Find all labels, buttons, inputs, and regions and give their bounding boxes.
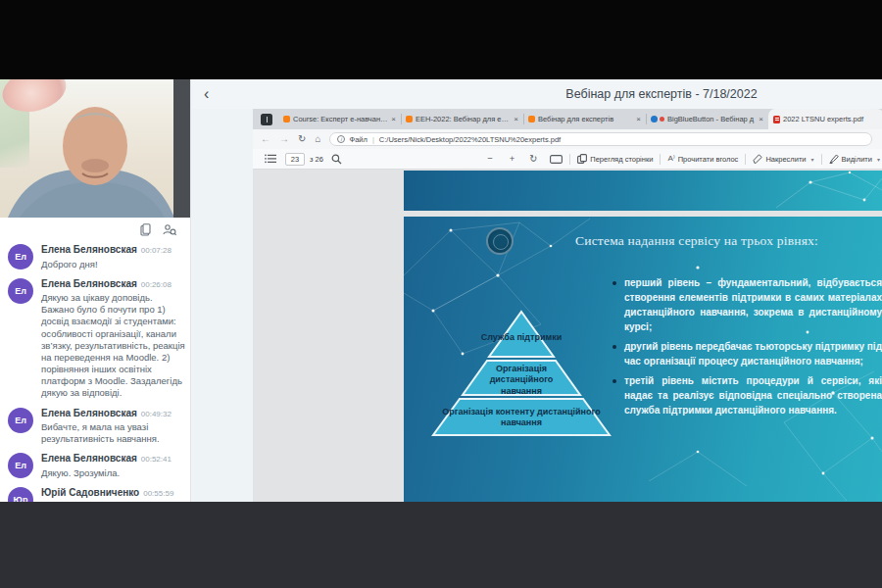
avatar: Ел <box>8 244 33 270</box>
read-aloud-icon: A⁾ <box>667 155 674 163</box>
chat-text: Дякую. Зрозуміла. <box>41 467 186 479</box>
highlight-button[interactable]: Виділити ▾ <box>829 154 880 164</box>
previous-slide-edge <box>404 171 882 211</box>
rotate-icon[interactable]: ↻ <box>529 154 537 164</box>
recording-title: Вебінар для експертів - 7/18/2022 <box>441 79 882 109</box>
playback-header: ‹ Вебінар для експертів - 7/18/2022 <box>191 79 882 109</box>
chat-author: Елена Беляновская00:26:08 <box>41 278 186 291</box>
chat-message: Ел Елена Беляновская00:49:32 Вибачте, я … <box>8 408 186 446</box>
tab-een-2022[interactable]: ЕЕН-2022: Вебінар для експер × <box>401 109 523 129</box>
close-icon[interactable]: × <box>636 115 641 123</box>
url-divider: | <box>372 135 374 144</box>
reload-icon[interactable]: ↻ <box>298 134 306 144</box>
chat-message: Ел Елена Беляновская00:52:41 Дякую. Зроз… <box>8 453 186 479</box>
page-view-button[interactable]: Перегляд сторінки <box>577 154 653 164</box>
slide-bullet: другий рівень передбачає тьюторську підт… <box>611 339 882 368</box>
pdf-toolbar: 23 з 26 − + ↻ <box>253 149 882 170</box>
moodle-favicon <box>528 116 535 122</box>
chat-text: Доброго дня! <box>41 259 186 270</box>
chat-author: Юрій Садовниченко00:55:59 <box>41 487 186 500</box>
url-field[interactable]: i Файл | C:/Users/Nick/Desktop/2022%20LT… <box>329 132 872 146</box>
avatar: Юр <box>8 487 33 502</box>
home-icon[interactable]: ⌂ <box>315 134 320 144</box>
pdf-viewport[interactable]: Система надання сервісу на трьох рівнях:… <box>253 170 882 502</box>
table-of-contents-icon[interactable] <box>265 154 276 164</box>
chat-toolbar <box>0 218 190 241</box>
moodle-favicon <box>283 116 290 122</box>
pyramid-level-2-label: Організація дистанційного навчання <box>472 364 570 397</box>
chat-timestamp: 00:55:59 <box>143 489 173 498</box>
chat-author: Елена Беляновская00:52:41 <box>41 453 186 466</box>
chat-message: Ел Елена Беляновская00:26:08 Дякую за ці… <box>8 278 186 400</box>
support-levels-pyramid: Служба підтримки Організація дистанційно… <box>427 309 615 438</box>
sidebar-panel: Ел Елена Беляновская00:07:28 Доброго дня… <box>0 79 191 502</box>
presentation-panel: ‹ Вебінар для експертів - 7/18/2022 Cour… <box>191 79 882 502</box>
browser-address-bar: ← → ↻ ⌂ i Файл | C:/Users/Nick/Desktop/2… <box>253 129 882 149</box>
chevron-down-icon[interactable]: ▾ <box>811 156 814 163</box>
tab-webinar[interactable]: Вебінар для експертів × <box>523 109 646 129</box>
avatar: Ел <box>8 453 33 478</box>
search-icon[interactable] <box>331 154 342 165</box>
slide-title: Система надання сервісу на трьох рівнях: <box>523 233 870 249</box>
read-aloud-button[interactable]: A⁾ Прочитати вголос <box>667 155 738 164</box>
url-text: C:/Users/Nick/Desktop/2022%20LTSNU%20exp… <box>379 135 561 144</box>
chevron-down-icon[interactable]: ▾ <box>877 156 880 163</box>
tab-course[interactable]: Course: Експерт е-навчання 20 × <box>278 109 401 129</box>
highlighter-icon <box>829 154 839 164</box>
avatar: Ел <box>8 278 33 304</box>
webcam-tile-gutter <box>173 79 190 218</box>
page-count-label: з 26 <box>310 155 323 164</box>
chat-text: Вибачте, я мала на увазі результативніст… <box>41 421 186 445</box>
zoom-in-button[interactable]: + <box>510 154 515 164</box>
draw-button[interactable]: Накреслити ▾ <box>753 154 813 164</box>
chat-author: Елена Беляновская00:49:32 <box>41 408 186 420</box>
webcam-tile <box>0 79 190 218</box>
page-info-icon[interactable]: i <box>337 135 345 143</box>
slide-bullet: перший рівень – фундаментальний, відбува… <box>611 275 882 334</box>
pdf-favicon <box>773 116 780 123</box>
chat-timestamp: 00:49:32 <box>141 410 172 418</box>
recording-dot-icon <box>660 117 664 122</box>
tab-bigbluebutton[interactable]: BigBlueButton - Вебінар д × <box>646 109 768 129</box>
close-icon[interactable]: × <box>514 115 518 123</box>
search-users-icon[interactable] <box>163 223 176 236</box>
chat-author: Елена Беляновская00:07:28 <box>41 244 186 257</box>
nav-forward-icon[interactable]: → <box>279 134 289 144</box>
avatar: Ел <box>8 408 33 433</box>
pen-icon <box>753 154 762 164</box>
vertical-tabs-icon[interactable] <box>261 114 272 125</box>
close-icon[interactable]: × <box>759 115 763 123</box>
zoom-out-button[interactable]: − <box>487 154 493 164</box>
back-chevron-icon[interactable]: ‹ <box>204 86 209 102</box>
chat-timestamp: 00:26:08 <box>141 280 172 289</box>
chat-text: Дякую за цікаву доповідь. Бажано було б … <box>41 292 186 399</box>
chat-timestamp: 00:52:41 <box>141 455 172 464</box>
letterbox-bottom <box>0 502 882 588</box>
fit-to-width-icon[interactable] <box>550 155 563 164</box>
nav-back-icon[interactable]: ← <box>261 134 270 144</box>
browser-window: Course: Експерт е-навчання 20 × ЕЕН-2022… <box>253 109 882 502</box>
webcam-video <box>0 79 174 218</box>
url-scheme-label: Файл <box>349 135 367 144</box>
page-number-input[interactable]: 23 <box>285 153 305 166</box>
recording-player-screen: Ел Елена Беляновская00:07:28 Доброго дня… <box>0 0 882 588</box>
university-emblem-logo <box>486 227 514 255</box>
slide-bullet-list: перший рівень – фундаментальний, відбува… <box>611 275 882 422</box>
chat-timestamp: 00:07:28 <box>141 246 172 255</box>
close-icon[interactable]: × <box>391 115 396 123</box>
pyramid-level-3-label: Організація контенту дистанційного навча… <box>437 407 606 429</box>
bigbluebutton-favicon <box>651 116 658 122</box>
current-slide: Система надання сервісу на трьох рівнях:… <box>404 217 882 502</box>
pyramid-level-1-label: Служба підтримки <box>463 332 580 343</box>
public-chat-list[interactable]: Ел Елена Беляновская00:07:28 Доброго дня… <box>0 241 190 502</box>
moodle-favicon <box>406 116 413 122</box>
page-view-icon <box>577 154 587 164</box>
tab-pdf-active[interactable]: 2022 LTSNU experts.pdf <box>768 109 882 129</box>
browser-tab-strip: Course: Експерт е-навчання 20 × ЕЕН-2022… <box>253 109 882 129</box>
copy-notes-icon[interactable] <box>140 223 151 236</box>
slide-bullet: третій рівень містить процедури й сервіс… <box>611 373 882 417</box>
chat-message: Ел Елена Беляновская00:07:28 Доброго дня… <box>8 244 186 270</box>
content-stage: Ел Елена Беляновская00:07:28 Доброго дня… <box>0 79 882 502</box>
chat-message: Юр Юрій Садовниченко00:55:59 Дякую за ці… <box>8 487 186 502</box>
speaker-silhouette <box>0 79 174 218</box>
